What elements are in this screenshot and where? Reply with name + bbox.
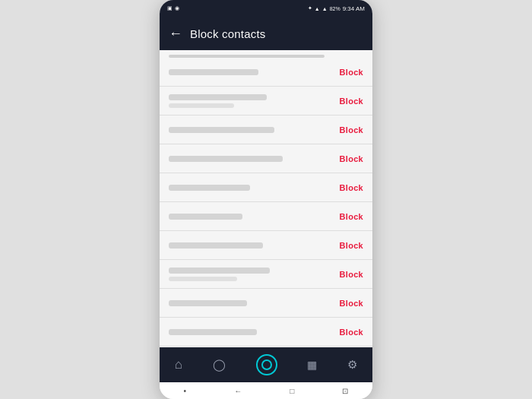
status-bar-right: ✦ ▲ ▲ 82% 9:34 AM <box>308 5 365 12</box>
sys-nav-home[interactable]: □ <box>290 387 294 395</box>
block-button[interactable]: Block <box>332 270 363 279</box>
bottom-nav: ⌂ ◯ ▦ ⚙ <box>160 347 372 382</box>
block-button[interactable]: Block <box>332 97 363 106</box>
system-nav: • ← □ ⊡ <box>160 382 372 399</box>
nav-item-home[interactable]: ⌂ <box>169 354 188 375</box>
contact-item: Block <box>160 173 372 202</box>
contact-info <box>169 268 332 281</box>
contact-info <box>169 185 332 191</box>
contact-list: Block Block Block Block Block <box>160 58 372 347</box>
network-icon: ▲ <box>315 6 320 11</box>
block-button[interactable]: Block <box>332 154 363 163</box>
notification-icon: ▣ <box>167 5 173 11</box>
search-area <box>160 50 372 58</box>
contact-item: Block <box>160 202 372 231</box>
sys-nav-dot[interactable]: • <box>184 387 187 395</box>
contact-item: Block <box>160 231 372 260</box>
contact-info <box>169 127 332 133</box>
chat-icon: ◯ <box>213 358 226 372</box>
contact-info <box>169 214 332 220</box>
nav-item-stats[interactable]: ▦ <box>301 356 323 374</box>
contact-name-placeholder <box>169 185 250 191</box>
settings-icon: ⚙ <box>347 358 357 372</box>
contact-item: Block <box>160 289 372 318</box>
contact-name-placeholder <box>169 242 263 249</box>
contact-info <box>169 94 332 108</box>
contact-info <box>169 156 332 162</box>
block-button[interactable]: Block <box>332 299 363 308</box>
contact-name-placeholder <box>169 268 270 274</box>
block-button[interactable]: Block <box>332 68 363 77</box>
contact-item: Block <box>160 144 372 173</box>
contact-item: Block <box>160 260 372 289</box>
contact-item: Block <box>160 116 372 144</box>
contact-info <box>169 69 332 75</box>
battery-level: 82% <box>330 6 340 11</box>
sys-nav-back[interactable]: ← <box>234 387 242 395</box>
page-title: Block contacts <box>190 27 266 40</box>
block-button[interactable]: Block <box>332 328 363 337</box>
contact-name-placeholder <box>169 94 267 100</box>
contact-item: Block <box>160 58 372 87</box>
block-button[interactable]: Block <box>332 212 363 221</box>
contact-info <box>169 242 332 249</box>
nav-item-chat[interactable]: ◯ <box>207 355 232 375</box>
nav-item-settings[interactable]: ⚙ <box>341 355 363 375</box>
contact-detail-placeholder <box>169 277 237 281</box>
wifi-icon: ▲ <box>322 6 328 11</box>
contact-name-placeholder <box>169 127 274 133</box>
signal-icon2: ◉ <box>175 5 179 11</box>
contact-item: Block <box>160 87 372 116</box>
contact-item: Block <box>160 318 372 347</box>
calls-circle <box>256 354 277 375</box>
back-button[interactable]: ← <box>169 27 182 40</box>
status-bar-left: ▣ ◉ <box>167 5 179 11</box>
header: ← Block contacts <box>160 17 372 50</box>
home-icon: ⌂ <box>175 357 182 372</box>
status-time: 9:34 AM <box>343 5 365 12</box>
contact-name-placeholder <box>169 329 257 335</box>
contact-info <box>169 300 332 306</box>
contact-info <box>169 329 332 335</box>
contact-name-placeholder <box>169 214 242 220</box>
block-button[interactable]: Block <box>332 241 363 250</box>
sys-nav-recents[interactable]: ⊡ <box>342 387 348 395</box>
stats-icon: ▦ <box>307 359 317 371</box>
calls-circle-inner <box>261 359 272 370</box>
phone-frame: ▣ ◉ ✦ ▲ ▲ 82% 9:34 AM ← Block contacts B… <box>160 0 372 399</box>
nav-item-calls[interactable] <box>250 351 283 378</box>
block-button[interactable]: Block <box>332 125 363 135</box>
contact-detail-placeholder <box>169 103 234 108</box>
contact-name-placeholder <box>169 300 247 306</box>
status-bar: ▣ ◉ ✦ ▲ ▲ 82% 9:34 AM <box>160 0 372 17</box>
contact-name-placeholder <box>169 69 258 75</box>
contact-name-placeholder <box>169 156 283 162</box>
block-button[interactable]: Block <box>332 183 363 192</box>
bluetooth-icon: ✦ <box>308 5 312 11</box>
